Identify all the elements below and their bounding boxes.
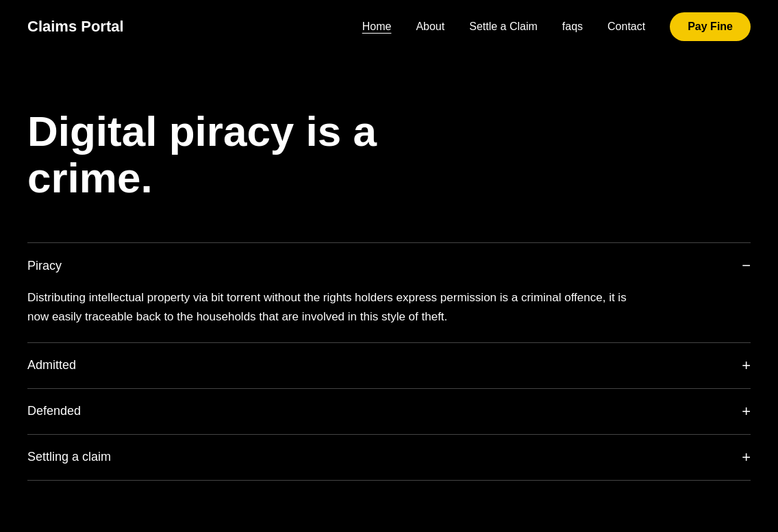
nav-about[interactable]: About xyxy=(416,21,444,33)
accordion-header-admitted[interactable]: Admitted + xyxy=(27,343,751,388)
accordion-icon-piracy: − xyxy=(742,258,751,273)
accordion-icon-defended: + xyxy=(742,404,751,419)
accordion-item-settling: Settling a claim + xyxy=(27,434,751,481)
nav-faqs[interactable]: faqs xyxy=(562,21,583,33)
nav-home[interactable]: Home xyxy=(362,21,392,33)
site-logo: Claims Portal xyxy=(27,18,124,36)
accordion-icon-settling: + xyxy=(742,450,751,465)
pay-fine-button[interactable]: Pay Fine xyxy=(670,12,751,41)
nav-contact[interactable]: Contact xyxy=(607,21,645,33)
accordion-header-settling[interactable]: Settling a claim + xyxy=(27,435,751,480)
accordion-header-defended[interactable]: Defended + xyxy=(27,389,751,434)
accordion-item-defended: Defended + xyxy=(27,388,751,434)
accordion-header-piracy[interactable]: Piracy − xyxy=(27,243,751,288)
site-header: Claims Portal Home About Settle a Claim … xyxy=(0,0,778,53)
accordion-label-defended: Defended xyxy=(27,404,81,418)
accordion-label-admitted: Admitted xyxy=(27,358,76,372)
hero-section: Digital piracy is a crime. xyxy=(0,53,778,242)
main-nav: Home About Settle a Claim faqs Contact P… xyxy=(362,12,751,41)
accordion-section: Piracy − Distributing intellectual prope… xyxy=(0,242,778,507)
accordion-label-piracy: Piracy xyxy=(27,259,62,273)
accordion-item-piracy: Piracy − Distributing intellectual prope… xyxy=(27,242,751,342)
accordion-item-admitted: Admitted + xyxy=(27,342,751,388)
accordion-content-piracy: Distributing intellectual property via b… xyxy=(27,288,644,342)
accordion-label-settling: Settling a claim xyxy=(27,450,111,464)
hero-headline: Digital piracy is a crime. xyxy=(27,108,507,201)
nav-settle[interactable]: Settle a Claim xyxy=(469,21,538,33)
accordion-icon-admitted: + xyxy=(742,358,751,373)
